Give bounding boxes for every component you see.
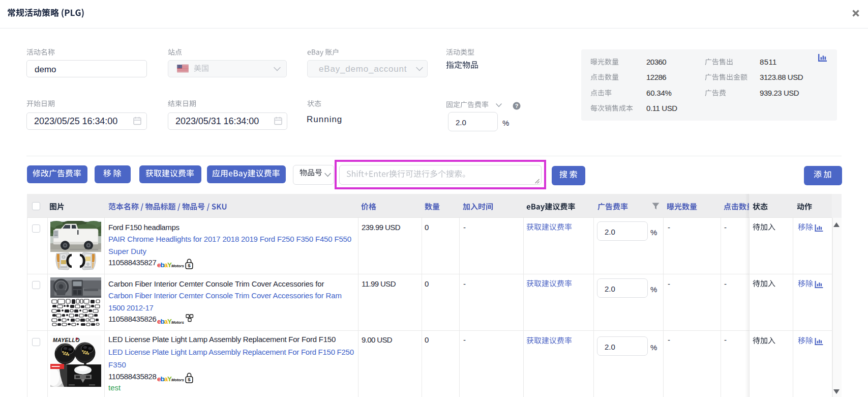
svg-text:$: $ — [188, 263, 191, 268]
svg-text:$: $ — [188, 377, 191, 382]
svg-text:?: ? — [515, 103, 519, 109]
svg-text:MAYELLO: MAYELLO — [53, 337, 80, 343]
